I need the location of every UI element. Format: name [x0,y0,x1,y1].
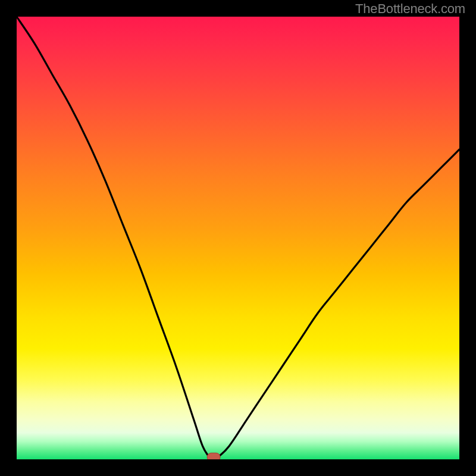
chart-svg [17,17,459,459]
attribution-label: TheBottleneck.com [355,1,465,17]
plot-area [17,17,459,459]
optimum-marker [207,453,220,459]
optimum-marker-shape [207,453,220,459]
curve-right-branch [218,149,459,457]
curve-left-branch [17,17,209,457]
chart-frame: TheBottleneck.com [0,0,476,476]
curve-group [17,17,459,457]
